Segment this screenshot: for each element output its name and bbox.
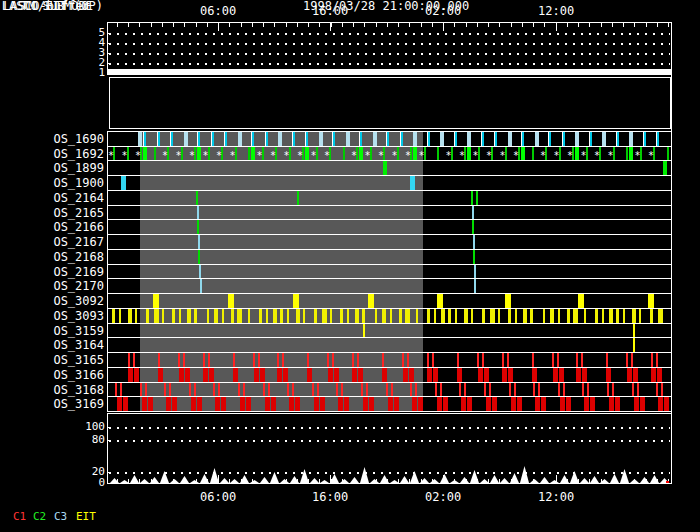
tick-mark <box>185 368 190 382</box>
tick-mark <box>644 132 646 146</box>
tick-mark <box>498 309 500 323</box>
tick-mark <box>297 191 299 205</box>
tick-mark <box>212 132 214 146</box>
row-label: OS_3165 <box>0 354 104 366</box>
buffer-usage-spike <box>520 466 529 483</box>
tick-mark <box>263 383 265 397</box>
tick-mark <box>360 132 362 146</box>
tick-mark <box>656 353 658 367</box>
tick-mark <box>362 309 365 323</box>
tick-mark <box>552 353 554 367</box>
minor-tick <box>409 23 410 27</box>
tick-mark <box>587 383 589 397</box>
buffer-ytick-stub <box>107 440 111 441</box>
row-border <box>107 175 671 176</box>
tick-mark <box>489 383 491 397</box>
tick-mark <box>658 309 663 323</box>
major-tick <box>330 23 331 31</box>
tick-mark <box>271 397 276 411</box>
tick-mark <box>135 309 137 323</box>
tick-mark <box>508 368 513 382</box>
minor-tick <box>128 479 129 483</box>
tick-mark <box>166 397 171 411</box>
tick-mark <box>558 309 560 323</box>
tick-mark <box>606 353 608 367</box>
tick-mark <box>233 368 238 382</box>
buffer-usage-spike <box>440 474 449 483</box>
tick-mark <box>433 368 438 382</box>
tick-mark <box>296 309 300 323</box>
tick-mark <box>632 383 634 397</box>
tick-mark <box>416 309 418 323</box>
tick-mark <box>187 309 191 323</box>
row-label: OS_1690 <box>0 133 104 145</box>
buffer-ytick-label: 80 <box>75 434 105 446</box>
tick-mark <box>320 397 325 411</box>
buffer-gridline <box>109 427 670 429</box>
tick-mark <box>225 132 227 146</box>
tick-mark <box>322 309 327 323</box>
minor-tick <box>274 23 275 27</box>
row-label: OS_3093 <box>0 310 104 322</box>
tick-mark <box>214 309 218 323</box>
tick-mark <box>532 147 534 161</box>
tick-mark <box>197 147 201 161</box>
minor-tick <box>308 23 309 27</box>
time-label-top: 16:00 <box>312 5 352 17</box>
tick-mark <box>172 397 177 411</box>
rows-left-axis <box>107 131 108 411</box>
buffer-usage-spike <box>500 478 509 483</box>
tick-mark <box>567 309 570 323</box>
tick-mark <box>435 383 437 397</box>
tick-mark <box>330 309 332 323</box>
row-label: OS_3166 <box>0 369 104 381</box>
tick-mark <box>437 294 443 308</box>
buffer-ytick-label: 0 <box>75 477 105 489</box>
buffer-usage-spike <box>630 479 639 483</box>
tick-mark <box>602 309 604 323</box>
tick-mark <box>623 309 625 323</box>
tick-mark <box>637 383 639 397</box>
tick-mark <box>467 397 472 411</box>
buffer-usage-spike <box>280 479 289 483</box>
tick-mark <box>208 353 210 367</box>
tick-mark <box>631 353 633 367</box>
tick-mark <box>153 294 159 308</box>
minor-tick <box>207 23 208 27</box>
buffer-usage-spike <box>550 480 559 483</box>
tick-mark <box>128 368 133 382</box>
minor-tick <box>252 23 253 27</box>
tick-mark <box>154 147 156 161</box>
tick-mark <box>352 353 354 367</box>
buffer-usage-spike <box>460 477 469 483</box>
tick-mark <box>283 368 288 382</box>
tick-mark <box>413 132 417 146</box>
row-label: OS_3169 <box>0 398 104 410</box>
tick-mark <box>368 294 374 308</box>
minor-tick <box>499 479 500 483</box>
tick-mark <box>194 309 197 323</box>
tick-mark <box>121 176 126 190</box>
row-border <box>107 249 671 250</box>
minor-tick <box>184 23 185 27</box>
minor-tick <box>578 23 579 27</box>
tick-mark <box>191 397 196 411</box>
tick-mark <box>115 383 117 397</box>
tick-mark <box>184 132 188 146</box>
minor-tick <box>488 23 489 27</box>
row-label: OS_3092 <box>0 295 104 307</box>
tick-mark <box>549 132 551 146</box>
tick-mark <box>575 147 579 161</box>
minor-tick <box>319 23 320 27</box>
tick-mark <box>582 368 587 382</box>
major-tick <box>556 23 557 31</box>
tick-mark <box>457 368 462 382</box>
tick-mark <box>560 397 565 411</box>
tick-mark <box>578 294 584 308</box>
tick-mark <box>440 383 442 397</box>
minor-tick <box>522 23 523 27</box>
tick-mark <box>576 353 578 367</box>
time-label-bottom: 06:00 <box>200 491 240 503</box>
tick-mark <box>464 309 468 323</box>
tick-mark <box>573 309 578 323</box>
